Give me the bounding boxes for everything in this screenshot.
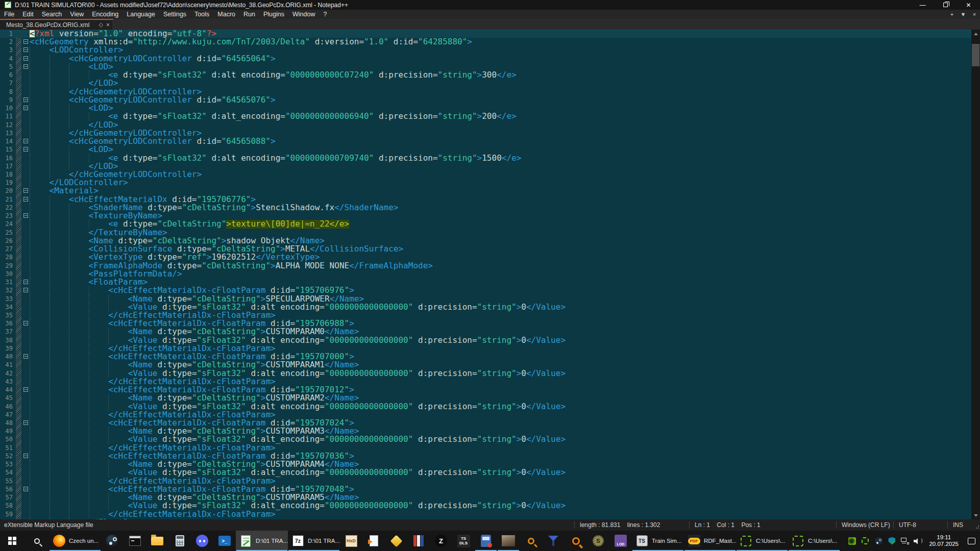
taskbar-button-train[interactable] (475, 531, 497, 551)
line-number[interactable]: 2 (0, 38, 15, 46)
fold-collapse-icon[interactable] (23, 454, 28, 458)
line-number[interactable]: 3 (0, 46, 15, 54)
code-text[interactable]: <CollisionSurface d:type="cDeltaString">… (30, 245, 971, 253)
code-line[interactable]: 49<Name d:type="cDeltaString">CUSTOMPARA… (0, 427, 971, 435)
scroll-down-arrow[interactable] (971, 511, 980, 519)
taskbar-button-firefox[interactable]: Czech un... (49, 531, 101, 551)
code-text[interactable]: <cHcEffectMaterialDx-cFloatParam d:id="1… (30, 419, 971, 427)
line-number[interactable]: 36 (0, 319, 15, 328)
code-text[interactable]: <e d:type="cDeltaString">texture\[00]de|… (30, 220, 971, 228)
line-number[interactable]: 51 (0, 444, 15, 452)
line-number[interactable]: 14 (0, 137, 15, 145)
encoding-status[interactable]: UTF-8 (893, 521, 947, 529)
code-line[interactable]: 3<LODController> (0, 46, 971, 54)
code-line[interactable]: 9<cHcGeometryLODController d:id="6456507… (0, 96, 971, 104)
code-text[interactable]: <cHcEffectMaterialDx-cFloatParam d:id="1… (30, 386, 971, 394)
code-line[interactable]: 33<Name d:type="cDeltaString">SPECULARPO… (0, 295, 971, 303)
taskbar-button-ts-trainsim[interactable]: TSTrain Sim... (632, 531, 684, 551)
taskbar-button-lod-tool[interactable]: LOD (609, 531, 632, 551)
code-text[interactable]: <cHcEffectMaterialDx d:id="195706776"> (30, 195, 971, 204)
menu-tools[interactable]: Tools (190, 10, 213, 19)
code-line[interactable]: 59</cHcEffectMaterialDx-cFloatParam> (0, 510, 971, 518)
code-line[interactable]: 46<Value d:type="sFloat32" d:alt_encodin… (0, 403, 971, 411)
taskbar-button-pdf[interactable]: PDFRDF_Mast... (684, 531, 736, 551)
line-number[interactable]: 55 (0, 477, 15, 485)
code-text[interactable]: <cHcEffectMaterialDx-cFloatParam d:id="1… (30, 485, 971, 493)
line-number[interactable]: 23 (0, 212, 15, 220)
code-line[interactable]: 7</LOD> (0, 79, 971, 87)
code-text[interactable]: </cHcGeometryLODController> (30, 88, 971, 96)
line-number[interactable]: 15 (0, 145, 15, 154)
fold-collapse-icon[interactable] (23, 56, 28, 61)
fold-collapse-icon[interactable] (23, 487, 28, 491)
line-number[interactable]: 4 (0, 55, 15, 63)
code-text[interactable]: <PassPlatformData/> (30, 270, 971, 278)
code-line[interactable]: 20<Material> (0, 187, 971, 195)
line-number[interactable]: 59 (0, 510, 15, 518)
code-line[interactable]: 34<Value d:type="sFloat32" d:alt_encodin… (0, 303, 971, 311)
code-text[interactable]: </cHcEffectMaterialDx-cFloatParam> (30, 344, 971, 353)
code-line[interactable]: 23<TextureByName> (0, 212, 971, 220)
tray-nvidia[interactable] (845, 531, 859, 551)
taskbar-clock[interactable]: 19:11 20.07.2025 (925, 534, 963, 547)
code-line[interactable]: 6<e d:type="sFloat32" d:alt_encoding="00… (0, 71, 971, 79)
code-text[interactable]: <e d:type="sFloat32" d:alt_encoding="000… (30, 112, 971, 120)
menu-macro[interactable]: Macro (213, 10, 239, 19)
code-text[interactable]: <cHcGeometry xmlns:d="http://www.kuju.co… (30, 38, 971, 46)
line-number[interactable]: 25 (0, 229, 15, 237)
taskbar-button-terminal[interactable] (124, 531, 146, 551)
fold-collapse-icon[interactable] (23, 188, 28, 193)
code-area[interactable]: 1<?xml version="1.0" encoding="utf-8"?><… (0, 30, 971, 519)
code-text[interactable]: </LOD> (30, 162, 971, 170)
line-number[interactable]: 11 (0, 112, 15, 120)
menu-settings[interactable]: Settings (159, 10, 190, 19)
fold-collapse-icon[interactable] (23, 47, 28, 52)
code-line[interactable]: 38<Value d:type="sFloat32" d:alt_encodin… (0, 336, 971, 344)
pin-tab-icon[interactable]: ◇ (99, 21, 103, 28)
line-number[interactable]: 9 (0, 96, 15, 104)
line-number[interactable]: 18 (0, 170, 15, 179)
menu-edit[interactable]: Edit (18, 10, 38, 19)
code-text[interactable]: <Value d:type="sFloat32" d:alt_encoding=… (30, 435, 971, 443)
tab-mesto-38[interactable]: Mesto_38.GeoPcDx.ORIG.xml ◇ × (0, 19, 113, 30)
line-number[interactable]: 46 (0, 403, 15, 411)
code-text[interactable]: <?xml version="1.0" encoding="utf-8"?>< (30, 30, 971, 38)
code-line[interactable]: 40<cHcEffectMaterialDx-cFloatParam d:id=… (0, 353, 971, 361)
code-line[interactable]: 18</cHcGeometryLODController> (0, 170, 971, 179)
tray-steam-tray[interactable] (872, 531, 885, 551)
line-number[interactable]: 43 (0, 378, 15, 386)
code-text[interactable]: <Name d:type="cDeltaString">CUSTOMPARAM2… (30, 394, 971, 402)
code-text[interactable]: <Value d:type="sFloat32" d:alt_encoding=… (30, 336, 971, 344)
line-number[interactable]: 27 (0, 245, 15, 253)
code-text[interactable]: <cHcGeometryLODController d:id="64565088… (30, 137, 971, 145)
code-text[interactable]: <VertexType d:type="ref">196202512</Vert… (30, 253, 971, 261)
code-text[interactable]: <cHcEffectMaterialDx-cFloatParam d:id="1… (30, 286, 971, 294)
tray-volume[interactable] (912, 531, 925, 551)
code-line[interactable]: 29<FrameAlphaMode d:type="cDeltaString">… (0, 262, 971, 270)
code-line[interactable]: 41<Name d:type="cDeltaString">CUSTOMPARA… (0, 361, 971, 369)
code-line[interactable]: 14<cHcGeometryLODController d:id="645650… (0, 137, 971, 145)
code-line[interactable]: 24<e d:type="cDeltaString">texture\[00]d… (0, 220, 971, 228)
code-text[interactable]: <LOD> (30, 63, 971, 71)
code-text[interactable]: <cHcGeometryLODController d:id="64565064… (30, 55, 971, 63)
line-number[interactable]: 40 (0, 353, 15, 361)
line-number[interactable]: 8 (0, 88, 15, 96)
code-line[interactable]: 57<Name d:type="cDeltaString">CUSTOMPARA… (0, 493, 971, 502)
line-number[interactable]: 22 (0, 204, 15, 212)
code-text[interactable]: <Value d:type="sFloat32" d:alt_encoding=… (30, 502, 971, 510)
line-number[interactable]: 57 (0, 493, 15, 502)
code-text[interactable]: <cHcEffectMaterialDx-cFloatParam d:id="1… (30, 452, 971, 460)
code-text[interactable]: </LOD> (30, 121, 971, 129)
code-text[interactable]: <FrameAlphaMode d:type="cDeltaString">AL… (30, 262, 971, 270)
line-number[interactable]: 54 (0, 468, 15, 477)
line-number[interactable]: 58 (0, 502, 15, 510)
taskbar-button-loco-photo[interactable] (497, 531, 520, 551)
taskbar-button-sevenzip[interactable]: 7zD:\01 TRA... (288, 531, 340, 551)
code-line[interactable]: 22<ShaderName d:type="cDeltaString">Sten… (0, 204, 971, 212)
code-line[interactable]: 48<cHcEffectMaterialDx-cFloatParam d:id=… (0, 419, 971, 427)
code-line[interactable]: 26<Name d:type="cDeltaString">shadow_Obj… (0, 237, 971, 245)
code-text[interactable]: </cHcEffectMaterialDx-cFloatParam> (30, 378, 971, 386)
taskbar-button-search[interactable] (24, 531, 49, 551)
code-line[interactable]: 55</cHcEffectMaterialDx-cFloatParam> (0, 477, 971, 485)
fold-collapse-icon[interactable] (23, 64, 28, 69)
